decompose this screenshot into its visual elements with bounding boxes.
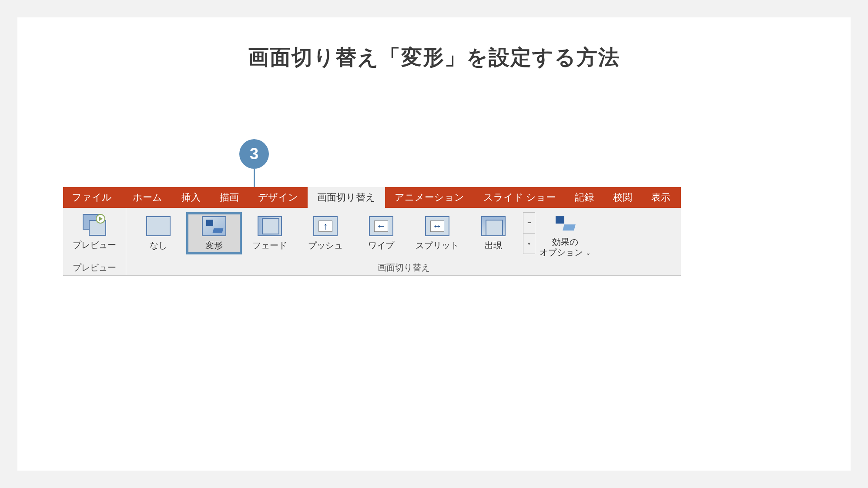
play-icon (96, 214, 105, 224)
gallery-expand-button[interactable]: ▾ (523, 234, 535, 254)
gallery-more-control: ━ ▾ (523, 212, 535, 254)
tab-developer[interactable]: 開発 (680, 187, 718, 208)
transition-morph-label: 変形 (205, 240, 223, 251)
tab-insert[interactable]: 挿入 (172, 187, 210, 208)
slide-title: 画面切り替え「変形」を設定する方法 (35, 43, 833, 71)
tab-record[interactable]: 記録 (565, 187, 603, 208)
preview-button[interactable]: プレビュー (67, 211, 121, 253)
transition-fade-icon (258, 216, 282, 236)
arrow-left-icon: ← (376, 221, 386, 232)
tab-view[interactable]: 表示 (642, 187, 680, 208)
transition-wipe[interactable]: ← ワイプ (353, 212, 409, 254)
transitions-group-label: 画面切り替え (131, 262, 677, 274)
tab-slideshow[interactable]: スライド ショー (474, 187, 565, 208)
ribbon-tabs-bar: ファイル ホーム 挿入 描画 デザイン 画面切り替え アニメーション スライド … (63, 187, 681, 208)
arrow-left-right-icon: ↔ (432, 221, 442, 232)
transition-none[interactable]: なし (131, 212, 186, 254)
transition-appear[interactable]: 出現 (466, 212, 521, 254)
transition-fade-label: フェード (252, 240, 287, 251)
tab-home[interactable]: ホーム (123, 187, 172, 208)
transition-appear-label: 出現 (485, 240, 502, 251)
tab-design[interactable]: デザイン (248, 187, 308, 208)
transition-push-label: プッシュ (308, 240, 343, 251)
chevron-down-icon: ⌄ (586, 249, 591, 256)
transition-none-label: なし (150, 240, 167, 251)
ribbon-group-preview: プレビュー プレビュー (63, 208, 126, 275)
transition-appear-icon (481, 216, 506, 236)
transition-split-label: スプリット (416, 240, 459, 251)
transition-none-icon (146, 216, 171, 236)
tab-animations[interactable]: アニメーション (385, 187, 474, 208)
slide-container: 画面切り替え「変形」を設定する方法 3 ファイル ホーム 挿入 描画 デザイン … (17, 17, 851, 471)
ribbon-group-transitions: なし 変形 (126, 208, 681, 275)
transition-push-icon: ↑ (313, 216, 338, 236)
transition-wipe-icon: ← (369, 216, 393, 236)
effect-options-label: 効果の オプション ⌄ (540, 237, 591, 257)
arrow-up-icon: ↑ (323, 221, 328, 232)
transition-fade[interactable]: フェード (242, 212, 298, 254)
effect-options-icon (554, 214, 576, 234)
transition-morph[interactable]: 変形 (186, 212, 242, 254)
transition-gallery: なし 変形 (131, 211, 521, 255)
transition-wipe-label: ワイプ (368, 240, 394, 251)
powerpoint-ribbon: ファイル ホーム 挿入 描画 デザイン 画面切り替え アニメーション スライド … (63, 187, 681, 276)
transition-split[interactable]: ↔ スプリット (409, 212, 466, 254)
preview-icon (82, 213, 107, 237)
ribbon-content: プレビュー プレビュー なし (63, 208, 681, 276)
tab-transitions[interactable]: 画面切り替え (308, 187, 385, 208)
callout-step-badge: 3 (239, 139, 269, 169)
tab-review[interactable]: 校閲 (603, 187, 642, 208)
transition-push[interactable]: ↑ プッシュ (298, 212, 353, 254)
effect-options-button[interactable]: 効果の オプション ⌄ (535, 211, 595, 260)
preview-group-label: プレビュー (67, 262, 121, 274)
gallery-row-up-button[interactable]: ━ (523, 213, 535, 234)
transition-morph-icon (202, 216, 226, 236)
preview-button-label: プレビュー (73, 239, 116, 251)
tab-draw[interactable]: 描画 (210, 187, 248, 208)
transition-split-icon: ↔ (425, 216, 449, 236)
tab-file[interactable]: ファイル (63, 187, 123, 208)
